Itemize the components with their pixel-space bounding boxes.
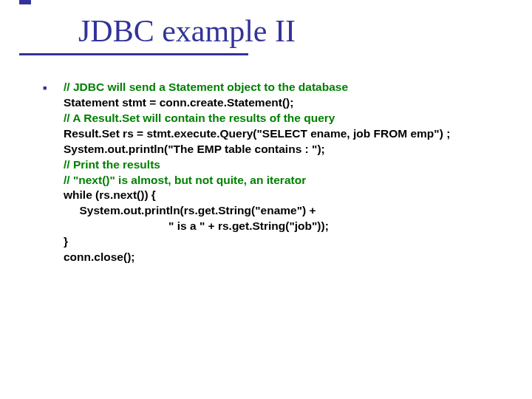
code-line: // Print the results [64,158,160,171]
code-line: // A Result.Set will contain the results… [64,112,335,124]
code-block: // JDBC will send a Statement object to … [64,80,507,265]
title-wrap: JDBC example II [78,13,296,49]
slide: JDBC example II ■ // JDBC will send a St… [0,0,532,399]
slide-body: ■ // JDBC will send a Statement object t… [41,80,507,265]
code-line: Statement stmt = conn.create.Statement()… [64,96,293,109]
code-line: while (rs.next()) { [64,188,156,201]
accent-bar [19,0,31,4]
code-line: System.out.println("The EMP table contai… [64,143,325,155]
code-line: System.out.println(rs.get.String("ename"… [64,204,316,216]
code-line: Result.Set rs = stmt.execute.Query("SELE… [64,127,450,140]
title-underline [19,53,248,55]
slide-title: JDBC example II [78,13,296,49]
code-line: // JDBC will send a Statement object to … [64,81,348,93]
bullet-item: ■ // JDBC will send a Statement object t… [41,80,507,265]
code-line: conn.close(); [64,250,134,263]
code-line: } [64,235,68,248]
code-line: // "next()" is almost, but not quite, an… [64,174,306,186]
code-line: " is a " + rs.get.String("job")); [64,219,329,232]
square-bullet-icon: ■ [41,80,64,96]
